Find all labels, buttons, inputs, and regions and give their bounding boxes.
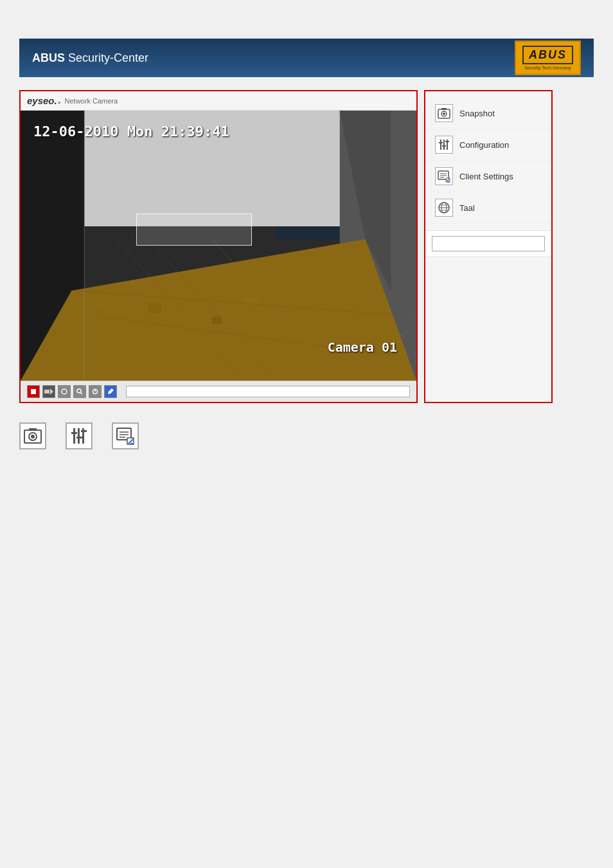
big-snapshot-icon[interactable] [19, 422, 46, 449]
big-config-icon[interactable] [66, 422, 93, 449]
svg-rect-33 [439, 142, 443, 143]
svg-rect-56 [76, 437, 82, 439]
svg-rect-55 [71, 432, 77, 434]
svg-rect-52 [73, 428, 75, 444]
svg-rect-51 [29, 428, 37, 431]
sidebar: Snapshot Configuration [424, 90, 553, 403]
circle-button[interactable] [58, 385, 71, 398]
camera-title-bar: eyseo.● Network Camera [21, 91, 416, 111]
svg-rect-17 [31, 389, 36, 394]
playback-slider[interactable] [126, 386, 410, 397]
sidebar-input-row [425, 231, 551, 257]
svg-rect-16 [244, 297, 260, 303]
svg-marker-25 [108, 388, 114, 394]
svg-rect-57 [81, 430, 87, 432]
edit-button[interactable] [104, 385, 117, 398]
header-title: ABUS Security-Center [32, 51, 148, 65]
svg-point-28 [443, 113, 445, 115]
camera-overlay-rect [136, 213, 252, 246]
snapshot-label: Snapshot [459, 109, 495, 118]
big-snapshot-icon-container [19, 422, 46, 449]
camera-panel: eyseo.● Network Camera [19, 90, 418, 403]
svg-point-21 [77, 389, 81, 393]
svg-rect-31 [443, 140, 445, 150]
configuration-label: Configuration [459, 140, 509, 150]
bottom-icons-section [19, 422, 594, 449]
svg-rect-14 [148, 303, 161, 313]
sidebar-item-client-settings[interactable]: Client Settings [425, 161, 551, 192]
record-button[interactable] [42, 385, 55, 398]
big-client-icon[interactable] [112, 422, 139, 449]
sidebar-search-input[interactable] [432, 236, 545, 251]
configuration-icon [435, 136, 453, 154]
svg-rect-35 [445, 141, 449, 142]
sidebar-item-snapshot[interactable]: Snapshot [425, 98, 551, 129]
abus-logo: ABUS Security Tech Germany [515, 41, 581, 75]
svg-rect-18 [44, 390, 49, 393]
power-button[interactable] [89, 385, 102, 398]
svg-rect-30 [440, 140, 441, 150]
svg-rect-34 [442, 145, 446, 147]
big-config-icon-container [66, 422, 93, 449]
svg-point-50 [31, 435, 35, 439]
camera-timestamp: 12-06-2010 Mon 21:39:41 [33, 123, 229, 140]
camera-label: Camera 01 [328, 339, 397, 355]
svg-rect-29 [441, 108, 447, 110]
stop-button[interactable] [27, 385, 40, 398]
big-client-icon-container [112, 422, 139, 449]
svg-marker-19 [50, 388, 53, 395]
svg-rect-15 [212, 316, 222, 324]
camera-subtitle: Network Camera [65, 97, 118, 105]
svg-rect-53 [78, 428, 80, 444]
header: ABUS Security-Center ABUS Security Tech … [19, 39, 594, 77]
bottom-icons-row [19, 422, 594, 449]
camera-controls [21, 381, 416, 402]
sidebar-bottom-space [425, 257, 551, 402]
client-settings-label: Client Settings [459, 172, 513, 181]
svg-point-20 [62, 389, 67, 394]
main-area: eyseo.● Network Camera [19, 90, 594, 403]
taal-label: Taal [459, 203, 475, 213]
sidebar-item-taal[interactable]: Taal [425, 192, 551, 224]
svg-line-22 [81, 393, 83, 395]
logo-text: ABUS [522, 46, 573, 64]
snapshot-icon [435, 104, 453, 122]
logo-sub: Security Tech Germany [524, 66, 571, 70]
taal-icon [435, 199, 453, 217]
client-settings-icon [435, 167, 453, 185]
eyseo-brand: eyseo.● [27, 95, 61, 106]
sidebar-item-configuration[interactable]: Configuration [425, 129, 551, 161]
search-button[interactable] [73, 385, 86, 398]
sidebar-top: Snapshot Configuration [425, 91, 551, 231]
camera-feed: 12-06-2010 Mon 21:39:41 Camera 01 [21, 111, 416, 381]
